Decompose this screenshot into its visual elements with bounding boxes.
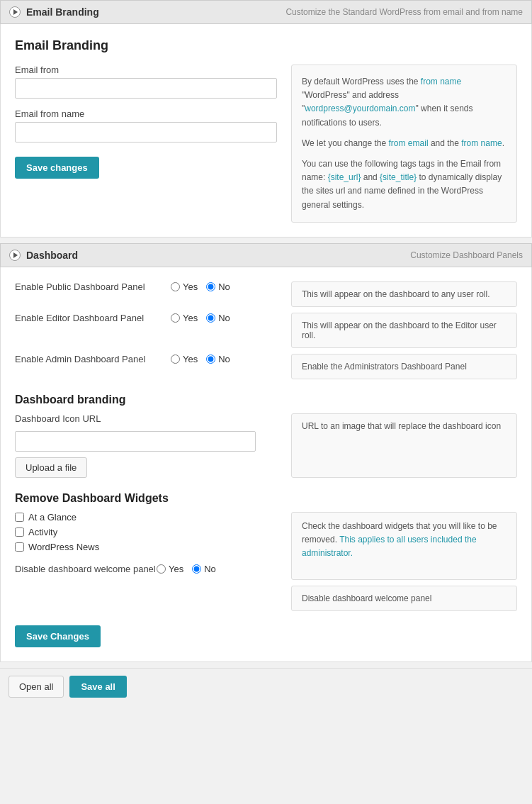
admin-panel-group: Enable Admin Dashboard Panel Yes No xyxy=(15,354,277,364)
activity-checkbox[interactable] xyxy=(15,527,24,537)
dashboard-header-title: Dashboard xyxy=(26,250,78,261)
public-panel-row: Enable Public Dashboard Panel Yes No Thi… xyxy=(15,281,517,307)
admin-panel-yes-option[interactable]: Yes xyxy=(171,354,198,364)
public-panel-yes-label: Yes xyxy=(183,281,198,292)
disable-welcome-no-label: No xyxy=(204,564,216,574)
admin-panel-no-label: No xyxy=(218,354,230,364)
widgets-help: Check the dashboard widgets that you wil… xyxy=(291,512,517,580)
widgets-row: At a Glance Activity WordPress News Disa… xyxy=(15,512,517,580)
email-branding-two-col: Email from Email from name Save changes … xyxy=(15,65,517,223)
editor-panel-label: Enable Editor Dashboard Panel xyxy=(15,313,171,323)
open-all-button[interactable]: Open all xyxy=(9,676,64,698)
email-from-name-group: Email from name xyxy=(15,108,277,143)
wordpress-news-label: WordPress News xyxy=(28,542,99,552)
admin-panel-no-option[interactable]: No xyxy=(206,354,230,364)
at-a-glance-group: At a Glance xyxy=(15,512,277,523)
email-from-group: Email from xyxy=(15,65,277,99)
public-panel-yes-option[interactable]: Yes xyxy=(171,281,198,292)
editor-panel-help: This will appear on the dashboard to the… xyxy=(291,313,517,348)
dashboard-toggle-icon xyxy=(9,250,21,261)
email-save-button[interactable]: Save changes xyxy=(15,157,99,179)
activity-label: Activity xyxy=(28,527,57,537)
dashboard-branding-row: Dashboard Icon URL Upload a file URL to … xyxy=(15,413,517,478)
public-panel-options: Yes No xyxy=(171,281,230,292)
dashboard-content: Enable Public Dashboard Panel Yes No Thi… xyxy=(0,267,532,662)
admin-panel-no-radio[interactable] xyxy=(206,354,215,364)
public-panel-no-radio[interactable] xyxy=(206,282,215,291)
upload-file-button[interactable]: Upload a file xyxy=(15,457,87,478)
editor-panel-yes-radio[interactable] xyxy=(171,313,180,323)
dashboard-header-subtitle: Customize Dashboard Panels xyxy=(410,250,523,260)
email-branding-header-left: Email Branding xyxy=(9,6,99,18)
editor-panel-no-radio[interactable] xyxy=(206,313,215,323)
email-help-text-1: By default WordPress uses the from name … xyxy=(302,75,506,130)
dashboard-save-button[interactable]: Save Changes xyxy=(15,625,101,647)
admin-panel-left: Enable Admin Dashboard Panel Yes No xyxy=(15,354,277,379)
public-panel-label: Enable Public Dashboard Panel xyxy=(15,281,171,292)
disable-welcome-yes-label: Yes xyxy=(169,564,183,574)
branding-subsection-title: Dashboard branding xyxy=(15,393,517,406)
admin-panel-yes-radio[interactable] xyxy=(171,354,180,364)
email-branding-toggle-icon xyxy=(9,6,21,18)
disable-welcome-row: Disable dashboard welcome panel xyxy=(15,586,517,611)
disable-welcome-help: Disable dashboard welcome panel xyxy=(291,586,517,611)
admin-panel-help: Enable the Administrators Dashboard Pane… xyxy=(291,354,517,379)
editor-panel-yes-label: Yes xyxy=(183,313,198,323)
activity-group: Activity xyxy=(15,527,277,537)
email-branding-header[interactable]: Email Branding Customize the Standard Wo… xyxy=(0,0,532,24)
email-branding-header-subtitle: Customize the Standard WordPress from em… xyxy=(285,7,523,17)
widgets-help-text: Check the dashboard widgets that you wil… xyxy=(302,520,506,561)
dashboard-branding-help: URL to an image that will replace the da… xyxy=(291,413,517,478)
email-from-name-label: Email from name xyxy=(15,108,277,119)
dashboard-branding-left: Dashboard Icon URL Upload a file xyxy=(15,413,277,478)
email-branding-left-col: Email from Email from name Save changes xyxy=(15,65,277,223)
disable-welcome-yes-radio[interactable] xyxy=(157,564,166,574)
editor-panel-options: Yes No xyxy=(171,313,230,323)
email-from-name-input[interactable] xyxy=(15,122,277,143)
public-panel-help: This will appear on the dashboard to any… xyxy=(291,281,517,307)
email-help-text-2: We let you change the from email and the… xyxy=(302,137,506,150)
public-panel-group: Enable Public Dashboard Panel Yes No xyxy=(15,281,277,292)
disable-welcome-group: Disable dashboard welcome panel Yes No xyxy=(15,564,277,574)
email-branding-help: By default WordPress uses the from name … xyxy=(291,65,517,223)
editor-panel-yes-option[interactable]: Yes xyxy=(171,313,198,323)
editor-panel-no-option[interactable]: No xyxy=(206,313,230,323)
email-from-label: Email from xyxy=(15,65,277,75)
at-a-glance-checkbox[interactable] xyxy=(15,513,24,522)
disable-welcome-radio-group: Disable dashboard welcome panel Yes No xyxy=(15,564,277,574)
email-help-text-3: You can use the following tags tags in t… xyxy=(302,157,506,212)
admin-panel-label: Enable Admin Dashboard Panel xyxy=(15,354,171,364)
icon-url-input[interactable] xyxy=(15,431,256,452)
wordpress-news-group: WordPress News xyxy=(15,542,277,552)
disable-welcome-spacer xyxy=(15,586,277,611)
editor-panel-left: Enable Editor Dashboard Panel Yes No xyxy=(15,313,277,348)
editor-panel-row: Enable Editor Dashboard Panel Yes No Thi… xyxy=(15,313,517,348)
disable-welcome-yes-option[interactable]: Yes xyxy=(157,564,183,574)
wordpress-news-checkbox[interactable] xyxy=(15,542,24,552)
admin-panel-options: Yes No xyxy=(171,354,230,364)
dashboard-header-left: Dashboard xyxy=(9,250,78,261)
editor-panel-group: Enable Editor Dashboard Panel Yes No xyxy=(15,313,277,323)
widgets-left: At a Glance Activity WordPress News Disa… xyxy=(15,512,277,580)
email-branding-title: Email Branding xyxy=(15,38,517,53)
disable-welcome-no-radio[interactable] xyxy=(192,564,201,574)
public-panel-no-label: No xyxy=(218,281,230,292)
dashboard-header[interactable]: Dashboard Customize Dashboard Panels xyxy=(0,243,532,267)
admin-panel-row: Enable Admin Dashboard Panel Yes No Enab… xyxy=(15,354,517,379)
public-panel-left: Enable Public Dashboard Panel Yes No xyxy=(15,281,277,307)
admin-panel-yes-label: Yes xyxy=(183,354,198,364)
at-a-glance-label: At a Glance xyxy=(28,512,77,523)
widgets-subsection-title: Remove Dashboard Widgets xyxy=(15,492,517,505)
email-branding-header-title: Email Branding xyxy=(26,6,99,18)
disable-welcome-no-option[interactable]: No xyxy=(192,564,216,574)
editor-panel-no-label: No xyxy=(218,313,230,323)
public-panel-yes-radio[interactable] xyxy=(171,282,180,291)
disable-welcome-label: Disable dashboard welcome panel xyxy=(15,564,157,574)
email-branding-content: Email Branding Email from Email from nam… xyxy=(0,24,532,238)
bottom-bar: Open all Save all xyxy=(0,668,532,705)
email-from-input[interactable] xyxy=(15,78,277,99)
save-all-button[interactable]: Save all xyxy=(69,676,126,698)
public-panel-no-option[interactable]: No xyxy=(206,281,230,292)
icon-url-label: Dashboard Icon URL xyxy=(15,413,277,424)
disable-welcome-options: Yes No xyxy=(157,564,216,574)
